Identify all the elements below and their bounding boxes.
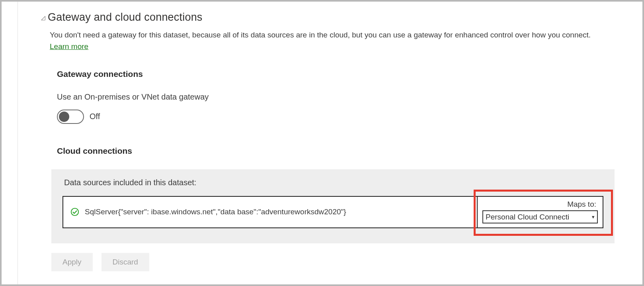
data-source-cell: SqlServer{"server": ibase.windows.net","… [62,196,478,228]
collapse-caret-icon: ◿ [41,14,45,21]
learn-more-link[interactable]: Learn more [50,42,88,51]
svg-point-0 [71,208,78,215]
gateway-toggle-label: Use an On-premises or VNet data gateway [57,92,615,102]
data-source-text: SqlServer{"server": ibase.windows.net","… [85,206,346,218]
cloud-connections-panel: Data sources included in this dataset: S… [51,169,615,243]
section-description: You don't need a gateway for this datase… [50,29,607,53]
data-sources-label: Data sources included in this dataset: [64,178,603,187]
discard-button[interactable]: Discard [101,253,149,271]
toggle-knob [59,112,69,122]
gateway-toggle-state: Off [90,112,100,121]
section-title: Gateway and cloud connections [48,11,203,24]
cloud-connections-heading: Cloud connections [57,146,615,156]
maps-to-select[interactable]: Personal Cloud Connecti [482,210,598,223]
maps-to-label: Maps to: [567,200,598,209]
description-text: You don't need a gateway for this datase… [50,31,591,39]
maps-to-cell: Maps to: Personal Cloud Connecti ▾ [478,196,603,228]
gateway-connections-heading: Gateway connections [57,69,615,79]
apply-button[interactable]: Apply [51,253,93,271]
status-ok-icon [70,208,79,216]
footer-buttons: Apply Discard [51,253,615,271]
section-header[interactable]: ◿ Gateway and cloud connections [41,11,615,24]
data-source-row: SqlServer{"server": ibase.windows.net","… [62,196,603,228]
gateway-toggle[interactable] [57,110,84,124]
